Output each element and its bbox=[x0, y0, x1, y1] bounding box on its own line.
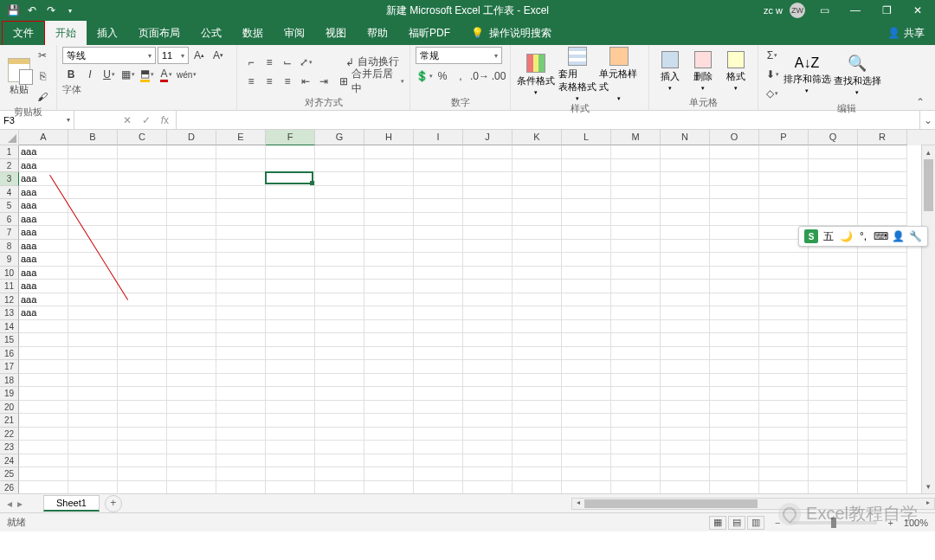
cell[interactable] bbox=[562, 347, 611, 361]
cell[interactable] bbox=[759, 401, 809, 415]
col-header[interactable]: F bbox=[266, 130, 315, 145]
cell[interactable] bbox=[216, 145, 266, 159]
vertical-scrollbar[interactable]: ▴ ▾ bbox=[921, 145, 935, 493]
cell[interactable] bbox=[463, 186, 513, 200]
fill-icon[interactable]: ⬇ bbox=[764, 66, 781, 83]
cell[interactable] bbox=[759, 387, 809, 401]
cell[interactable] bbox=[68, 401, 118, 415]
cell[interactable] bbox=[710, 467, 759, 481]
cell[interactable] bbox=[661, 253, 710, 267]
cell[interactable] bbox=[315, 441, 364, 454]
cell[interactable] bbox=[315, 374, 364, 388]
cell[interactable] bbox=[364, 172, 414, 186]
cell[interactable] bbox=[414, 159, 463, 173]
redo-icon[interactable]: ↷ bbox=[43, 3, 59, 18]
cell[interactable] bbox=[315, 172, 364, 186]
cell[interactable] bbox=[118, 347, 167, 361]
cell[interactable] bbox=[858, 467, 907, 481]
cell[interactable] bbox=[463, 481, 513, 494]
cell[interactable] bbox=[68, 306, 118, 320]
tell-me-search[interactable]: 💡 操作说明搜索 bbox=[461, 21, 562, 45]
cell[interactable] bbox=[266, 481, 315, 494]
cell[interactable] bbox=[364, 199, 414, 213]
cell[interactable] bbox=[216, 347, 266, 361]
cell[interactable] bbox=[68, 454, 118, 468]
zoom-out-button[interactable]: − bbox=[771, 518, 783, 528]
cell[interactable] bbox=[19, 441, 68, 454]
col-header[interactable]: Q bbox=[809, 130, 858, 145]
cell[interactable] bbox=[463, 172, 513, 186]
cell[interactable] bbox=[858, 441, 907, 454]
cell[interactable] bbox=[710, 145, 759, 159]
cell[interactable] bbox=[118, 467, 167, 481]
cell[interactable] bbox=[414, 172, 463, 186]
cell[interactable] bbox=[661, 280, 710, 293]
cell[interactable] bbox=[118, 159, 167, 173]
cell[interactable] bbox=[710, 347, 759, 361]
cell[interactable] bbox=[513, 306, 562, 320]
cell[interactable] bbox=[167, 454, 216, 468]
cell[interactable] bbox=[167, 360, 216, 374]
cell[interactable] bbox=[513, 186, 562, 200]
cell[interactable] bbox=[266, 401, 315, 415]
cell[interactable] bbox=[463, 226, 513, 240]
tab-公式[interactable]: 公式 bbox=[190, 21, 232, 45]
cell[interactable] bbox=[710, 240, 759, 254]
paste-button[interactable]: 粘贴 bbox=[5, 58, 32, 94]
cell[interactable] bbox=[118, 387, 167, 401]
font-size-combo[interactable]: 11▾ bbox=[158, 47, 189, 64]
cell[interactable] bbox=[167, 159, 216, 173]
cell[interactable] bbox=[167, 387, 216, 401]
cell[interactable] bbox=[118, 240, 167, 254]
select-all-button[interactable] bbox=[0, 130, 19, 145]
cell[interactable]: aaa bbox=[19, 159, 68, 173]
cell[interactable] bbox=[414, 454, 463, 468]
cell[interactable] bbox=[710, 428, 759, 441]
cell[interactable] bbox=[661, 240, 710, 254]
cell[interactable] bbox=[216, 213, 266, 227]
phonetic-button[interactable]: wén bbox=[177, 66, 197, 83]
cell[interactable] bbox=[364, 186, 414, 200]
cell[interactable] bbox=[661, 267, 710, 280]
cell[interactable] bbox=[315, 428, 364, 441]
cell[interactable] bbox=[364, 253, 414, 267]
cell[interactable] bbox=[759, 360, 809, 374]
cell[interactable] bbox=[68, 145, 118, 159]
cell[interactable] bbox=[562, 145, 611, 159]
cell[interactable] bbox=[216, 159, 266, 173]
cell[interactable] bbox=[463, 159, 513, 173]
cancel-formula-icon[interactable]: ✕ bbox=[123, 114, 132, 126]
cell[interactable] bbox=[414, 253, 463, 267]
cell[interactable] bbox=[562, 226, 611, 240]
row-header[interactable]: 5 bbox=[0, 199, 19, 213]
cell[interactable] bbox=[611, 145, 661, 159]
cell[interactable] bbox=[414, 145, 463, 159]
cell[interactable] bbox=[315, 467, 364, 481]
cell[interactable] bbox=[315, 360, 364, 374]
cell[interactable] bbox=[19, 320, 68, 334]
cell[interactable] bbox=[463, 213, 513, 227]
align-center-icon[interactable]: ≡ bbox=[261, 73, 278, 90]
col-header[interactable]: D bbox=[167, 130, 216, 145]
cell[interactable] bbox=[611, 267, 661, 280]
cell[interactable] bbox=[414, 481, 463, 494]
cell[interactable] bbox=[19, 333, 68, 347]
cell[interactable] bbox=[710, 414, 759, 428]
cell[interactable] bbox=[513, 159, 562, 173]
cell[interactable] bbox=[364, 428, 414, 441]
cell[interactable] bbox=[68, 253, 118, 267]
cell[interactable] bbox=[809, 159, 858, 173]
italic-button[interactable]: I bbox=[81, 66, 99, 83]
cell[interactable] bbox=[562, 186, 611, 200]
cell[interactable] bbox=[710, 333, 759, 347]
cell[interactable] bbox=[414, 441, 463, 454]
cell[interactable] bbox=[463, 320, 513, 334]
row-header[interactable]: 9 bbox=[0, 253, 19, 267]
cell[interactable] bbox=[858, 401, 907, 415]
cell[interactable] bbox=[513, 454, 562, 468]
cell[interactable] bbox=[167, 267, 216, 280]
cell[interactable] bbox=[562, 401, 611, 415]
cell[interactable] bbox=[266, 280, 315, 293]
cell[interactable] bbox=[216, 401, 266, 415]
row-header[interactable]: 8 bbox=[0, 240, 19, 254]
